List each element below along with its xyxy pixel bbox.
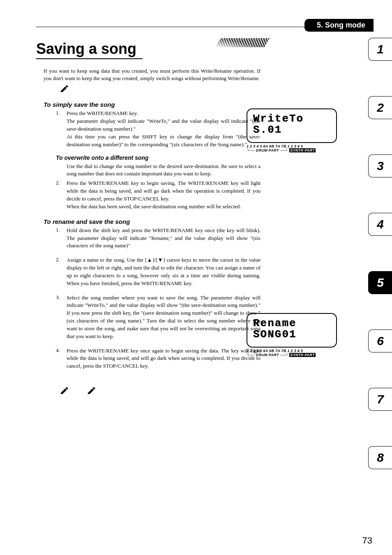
side-tab-1[interactable]: 1 — [368, 38, 392, 61]
side-tab-2[interactable]: 2 — [368, 96, 392, 119]
step-text: Press the WRITE/RENAME key to begin savi… — [67, 180, 261, 210]
step-number: 3. — [56, 294, 67, 341]
heading-simple-save: To simply save the song — [44, 101, 261, 108]
step-number: 1. — [56, 110, 67, 148]
heading-rename: To rename and save the song — [44, 218, 261, 225]
step-text: Assign a name to the song. Use the [▲]/[… — [67, 256, 261, 287]
lcd-display-writeto: WriteTo S.01 1 2 3 4 5 6A 6B 7A 7B 1 2 3… — [247, 108, 337, 152]
side-tab-4[interactable]: 4 — [368, 213, 392, 236]
header: 5. Song mode — [0, 21, 374, 32]
checker-pattern — [215, 38, 270, 47]
display-line2: S.01 — [253, 124, 282, 136]
note-icon — [60, 387, 69, 394]
step-text: Hold down the shift key and press the WR… — [67, 227, 261, 250]
simple-steps: 1. Press the WRITE/RENAME key. The param… — [56, 110, 261, 148]
page-number: 73 — [362, 535, 372, 546]
rename-steps: 1. Hold down the shift key and press the… — [56, 227, 261, 371]
overwrite-intro: Use the dial to change the song number t… — [67, 163, 261, 178]
side-tab-8[interactable]: 8 — [368, 446, 392, 469]
side-tab-3[interactable]: 3 — [368, 154, 392, 177]
heading-overwrite: To overwrite onto a different song — [56, 154, 261, 161]
step-number: 4. — [56, 347, 67, 371]
note-icon — [87, 387, 96, 394]
step-text: Press the WRITE/RENAME key once again to… — [67, 347, 261, 371]
step-spacer — [56, 163, 67, 178]
body-content: If you want to keep song data that you c… — [44, 67, 261, 396]
note-icon — [60, 85, 69, 92]
part-bar: 1 2 3 4 5 6A 6B 7A 7B 1 2 3 4 5 └── DRUM… — [247, 144, 337, 152]
display-line2: SONG01 — [253, 329, 297, 340]
side-tab-6[interactable]: 6 — [368, 329, 392, 352]
side-tab-strip: 1 2 3 4 5 6 7 8 — [368, 38, 392, 504]
step-text: Press the WRITE/RENAME key. The paramete… — [67, 110, 261, 148]
intro-paragraph: If you want to keep song data that you c… — [44, 67, 261, 82]
step-text: Select the song number where you want to… — [67, 294, 261, 341]
step-number: 2. — [56, 180, 67, 210]
part-bar: 1 2 3 4 5 6A 6B 7A 7B 1 2 3 4 5 └── DRUM… — [247, 349, 337, 357]
side-tab-5[interactable]: 5 — [368, 271, 392, 294]
overwrite-steps: Use the dial to change the song number t… — [56, 163, 261, 211]
display-line1: Rename — [253, 318, 297, 329]
display-line1: WriteTo — [253, 113, 304, 124]
step-number: 2. — [56, 256, 67, 287]
lcd-display-rename: Rename SONG01 1 2 3 4 5 6A 6B 7A 7B 1 2 … — [247, 313, 337, 357]
page-title: Saving a song — [36, 40, 143, 59]
step-number: 1. — [56, 227, 67, 250]
section-indicator: 5. Song mode — [304, 19, 374, 32]
side-tab-7[interactable]: 7 — [368, 388, 392, 411]
